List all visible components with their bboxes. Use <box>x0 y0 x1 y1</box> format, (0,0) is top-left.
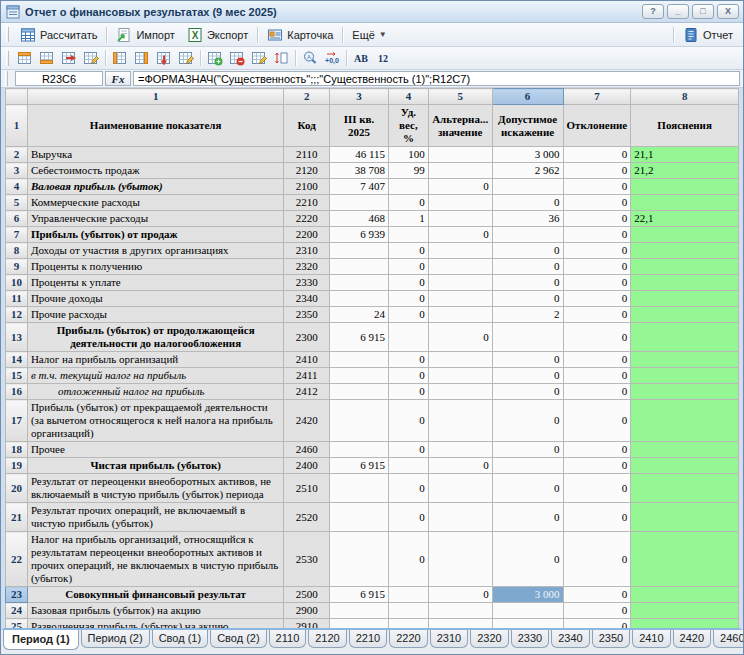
column-number-header[interactable]: 2 <box>284 89 330 105</box>
allowed-distortion-cell[interactable]: 0 <box>492 400 563 442</box>
alternative-value-cell[interactable] <box>428 442 492 458</box>
code-cell[interactable]: 2300 <box>284 323 330 352</box>
column-label-cell[interactable]: Наименование показателя <box>27 105 284 147</box>
explanation-cell[interactable] <box>631 323 739 352</box>
explanation-cell[interactable] <box>631 442 739 458</box>
edit-col-button[interactable] <box>175 49 197 68</box>
weight-cell[interactable]: 0 <box>389 259 429 275</box>
deviation-cell[interactable]: 0 <box>563 442 631 458</box>
explanation-cell[interactable] <box>631 587 739 603</box>
code-cell[interactable]: 2460 <box>284 442 330 458</box>
indicator-name-cell[interactable]: Себестоимость продаж <box>27 163 284 179</box>
insert-col-right-button[interactable] <box>131 49 153 68</box>
code-cell[interactable]: 2200 <box>284 227 330 243</box>
code-cell[interactable]: 2420 <box>284 400 330 442</box>
row-number-header[interactable]: 6 <box>6 211 28 227</box>
q3-value-cell[interactable] <box>329 619 388 631</box>
allowed-distortion-cell[interactable]: 3 000 <box>492 147 563 163</box>
row-number-header[interactable]: 21 <box>6 503 28 532</box>
allowed-distortion-cell[interactable]: 0 <box>492 474 563 503</box>
allowed-distortion-cell[interactable]: 0 <box>492 259 563 275</box>
alternative-value-cell[interactable] <box>428 384 492 400</box>
explanation-cell[interactable] <box>631 458 739 474</box>
allowed-distortion-cell[interactable]: 0 <box>492 243 563 259</box>
alternative-value-cell[interactable]: 0 <box>428 323 492 352</box>
deviation-cell[interactable]: 0 <box>563 587 631 603</box>
weight-cell[interactable]: 0 <box>389 442 429 458</box>
row-number-header[interactable]: 14 <box>6 352 28 368</box>
deviation-cell[interactable]: 0 <box>563 291 631 307</box>
code-cell[interactable]: 2400 <box>284 458 330 474</box>
selected-cell[interactable]: 3 000 <box>492 587 563 603</box>
deviation-cell[interactable]: 0 <box>563 532 631 587</box>
deviation-cell[interactable]: 0 <box>563 179 631 195</box>
weight-cell[interactable]: 0 <box>389 307 429 323</box>
code-cell[interactable]: 2510 <box>284 474 330 503</box>
alternative-value-cell[interactable] <box>428 259 492 275</box>
sheet-tab[interactable]: 2110 <box>269 630 307 648</box>
weight-cell[interactable]: 0 <box>389 368 429 384</box>
alternative-value-cell[interactable] <box>428 307 492 323</box>
sheet-tab[interactable]: Свод (2) <box>210 630 266 648</box>
column-label-cell[interactable]: Пояснения <box>631 105 739 147</box>
indicator-name-cell[interactable]: Прибыль (убыток) от продаж <box>27 227 284 243</box>
row-number-header[interactable]: 22 <box>6 532 28 587</box>
weight-cell[interactable]: 0 <box>389 503 429 532</box>
allowed-distortion-cell[interactable]: 2 962 <box>492 163 563 179</box>
indicator-name-cell[interactable]: Налог на прибыль организаций <box>27 352 284 368</box>
q3-value-cell[interactable]: 6 915 <box>329 323 388 352</box>
sheet-tab[interactable]: Период (1) <box>3 630 79 650</box>
alternative-value-cell[interactable]: 0 <box>428 587 492 603</box>
help-button[interactable]: ? <box>642 4 664 19</box>
insert-col-left-button[interactable] <box>109 49 131 68</box>
weight-cell[interactable]: 100 <box>389 147 429 163</box>
code-cell[interactable]: 2310 <box>284 243 330 259</box>
row-number-header[interactable]: 18 <box>6 442 28 458</box>
code-cell[interactable]: 2500 <box>284 587 330 603</box>
indicator-name-cell[interactable]: Выручка <box>27 147 284 163</box>
alternative-value-cell[interactable] <box>428 163 492 179</box>
q3-value-cell[interactable]: 7 407 <box>329 179 388 195</box>
weight-cell[interactable]: 1 <box>389 211 429 227</box>
edit-row-button[interactable] <box>80 49 102 68</box>
explanation-cell[interactable] <box>631 259 739 275</box>
explanation-cell[interactable] <box>631 243 739 259</box>
toolbar-grip[interactable] <box>6 27 9 42</box>
zoom-preview-button[interactable]: A <box>299 49 321 68</box>
q3-value-cell[interactable]: 6 915 <box>329 587 388 603</box>
deviation-cell[interactable]: 0 <box>563 195 631 211</box>
allowed-distortion-cell[interactable]: 0 <box>492 195 563 211</box>
column-label-cell[interactable]: Альтерна... значение <box>428 105 492 147</box>
row-height-button[interactable] <box>270 49 292 68</box>
weight-cell[interactable]: 0 <box>389 243 429 259</box>
indicator-name-cell[interactable]: Прибыль (убыток) от продолжающейся деяте… <box>27 323 284 352</box>
indicator-name-cell[interactable]: Проценты к уплате <box>27 275 284 291</box>
deviation-cell[interactable]: 0 <box>563 619 631 631</box>
allowed-distortion-cell[interactable] <box>492 179 563 195</box>
explanation-cell[interactable] <box>631 291 739 307</box>
font-size-button[interactable]: 12 <box>372 49 394 68</box>
code-cell[interactable]: 2120 <box>284 163 330 179</box>
sheet-tab[interactable]: 2210 <box>349 630 387 648</box>
column-label-cell[interactable]: Отклонение <box>563 105 631 147</box>
code-cell[interactable]: 2100 <box>284 179 330 195</box>
sheet-tab[interactable]: 2320 <box>470 630 508 648</box>
indicator-name-cell[interactable]: Прочие расходы <box>27 307 284 323</box>
alternative-value-cell[interactable] <box>428 368 492 384</box>
q3-value-cell[interactable] <box>329 368 388 384</box>
row-number-header[interactable]: 2 <box>6 147 28 163</box>
column-label-cell[interactable]: III кв. 2025 <box>329 105 388 147</box>
weight-cell[interactable] <box>389 603 429 619</box>
font-name-button[interactable]: АВ <box>350 49 372 68</box>
alternative-value-cell[interactable]: 0 <box>428 458 492 474</box>
code-cell[interactable]: 2340 <box>284 291 330 307</box>
delete-row-button[interactable] <box>58 49 80 68</box>
explanation-cell[interactable] <box>631 532 739 587</box>
deviation-cell[interactable]: 0 <box>563 147 631 163</box>
explanation-cell[interactable]: 22,1 <box>631 211 739 227</box>
card-button[interactable]: Карточка <box>261 25 339 45</box>
indicator-name-cell[interactable]: Прочее <box>27 442 284 458</box>
weight-cell[interactable]: 0 <box>389 400 429 442</box>
column-number-header[interactable]: 6 <box>492 89 563 105</box>
q3-value-cell[interactable] <box>329 243 388 259</box>
